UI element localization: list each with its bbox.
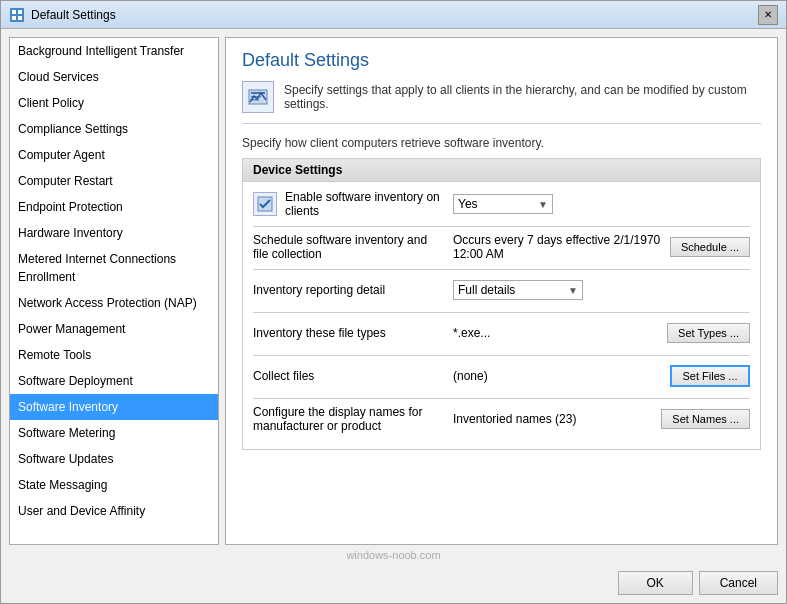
window-title: Default Settings — [31, 8, 116, 22]
svg-rect-4 — [18, 16, 22, 20]
value-text-inventory-file-types: *.exe... — [453, 326, 490, 340]
sidebar-item-remote-tools[interactable]: Remote Tools — [10, 342, 218, 368]
sidebar-item-compliance-settings[interactable]: Compliance Settings — [10, 116, 218, 142]
panel-header: Specify settings that apply to all clien… — [242, 81, 761, 124]
setting-row-inventory-file-types: Inventory these file types*.exe...Set Ty… — [253, 319, 750, 347]
svg-rect-2 — [18, 10, 22, 14]
divider-3 — [253, 355, 750, 356]
window-body: Background Intelligent TransferCloud Ser… — [1, 29, 786, 603]
sidebar-item-network-access-protection[interactable]: Network Access Protection (NAP) — [10, 290, 218, 316]
setting-label-configure-display-names: Configure the display names for manufact… — [253, 405, 453, 433]
dropdown-arrow-icon: ▼ — [568, 285, 578, 296]
setting-label-enable-software-inventory: Enable software inventory on clients — [285, 190, 453, 218]
sidebar-item-endpoint-protection[interactable]: Endpoint Protection — [10, 194, 218, 220]
setting-value-configure-display-names: Inventoried names (23) — [453, 412, 653, 426]
setting-icon-enable-software-inventory — [253, 192, 277, 216]
divider-0 — [253, 226, 750, 227]
footer: OK Cancel — [9, 571, 778, 595]
setting-value-collect-files: (none) — [453, 369, 662, 383]
sidebar-item-background-intelligent-transfer[interactable]: Background Intelligent Transfer — [10, 38, 218, 64]
sidebar-item-computer-restart[interactable]: Computer Restart — [10, 168, 218, 194]
right-panel: Default Settings Specify settings that a… — [225, 37, 778, 545]
setting-row-inventory-reporting-detail: Inventory reporting detailFull details▼ — [253, 276, 750, 304]
dropdown-arrow-icon: ▼ — [538, 199, 548, 210]
setting-btn-inventory-file-types[interactable]: Set Types ... — [667, 323, 750, 343]
sidebar-item-software-inventory[interactable]: Software Inventory — [10, 394, 218, 420]
dropdown-value-enable-software-inventory: Yes — [458, 197, 478, 211]
dropdown-value-inventory-reporting-detail: Full details — [458, 283, 515, 297]
device-settings-body: Enable software inventory on clientsYes▼… — [243, 182, 760, 449]
sidebar: Background Intelligent TransferCloud Ser… — [9, 37, 219, 545]
sidebar-item-software-metering[interactable]: Software Metering — [10, 420, 218, 446]
sidebar-item-state-messaging[interactable]: State Messaging — [10, 472, 218, 498]
setting-value-inventory-file-types: *.exe... — [453, 326, 659, 340]
value-text-configure-display-names: Inventoried names (23) — [453, 412, 576, 426]
device-settings-box: Device Settings Enable software inventor… — [242, 158, 761, 450]
title-bar-left: Default Settings — [9, 7, 116, 23]
panel-subtitle: Specify how client computers retrieve so… — [242, 136, 761, 150]
device-settings-header: Device Settings — [243, 159, 760, 182]
dropdown-enable-software-inventory[interactable]: Yes▼ — [453, 194, 553, 214]
sidebar-item-software-deployment[interactable]: Software Deployment — [10, 368, 218, 394]
divider-1 — [253, 269, 750, 270]
setting-label-inventory-file-types: Inventory these file types — [253, 326, 453, 340]
main-content: Background Intelligent TransferCloud Ser… — [9, 37, 778, 545]
value-text-collect-files: (none) — [453, 369, 488, 383]
sidebar-item-cloud-services[interactable]: Cloud Services — [10, 64, 218, 90]
setting-btn-configure-display-names[interactable]: Set Names ... — [661, 409, 750, 429]
setting-label-collect-files: Collect files — [253, 369, 453, 383]
divider-2 — [253, 312, 750, 313]
svg-rect-6 — [251, 92, 265, 94]
sidebar-item-power-management[interactable]: Power Management — [10, 316, 218, 342]
setting-btn-collect-files[interactable]: Set Files ... — [670, 365, 750, 387]
ok-button[interactable]: OK — [618, 571, 693, 595]
setting-row-enable-software-inventory: Enable software inventory on clientsYes▼ — [253, 190, 750, 218]
setting-row-collect-files: Collect files(none)Set Files ... — [253, 362, 750, 390]
svg-rect-1 — [12, 10, 16, 14]
setting-value-schedule-software-inventory: Occurs every 7 days effective 2/1/1970 1… — [453, 233, 662, 261]
dropdown-inventory-reporting-detail[interactable]: Full details▼ — [453, 280, 583, 300]
sidebar-item-client-policy[interactable]: Client Policy — [10, 90, 218, 116]
setting-value-inventory-reporting-detail: Full details▼ — [453, 280, 750, 300]
main-window: Default Settings ✕ Background Intelligen… — [0, 0, 787, 604]
sidebar-item-computer-agent[interactable]: Computer Agent — [10, 142, 218, 168]
watermark: windows-noob.com — [9, 545, 778, 563]
value-text-schedule-software-inventory: Occurs every 7 days effective 2/1/1970 1… — [453, 233, 660, 261]
setting-btn-schedule-software-inventory[interactable]: Schedule ... — [670, 237, 750, 257]
setting-row-schedule-software-inventory: Schedule software inventory and file col… — [253, 233, 750, 261]
sidebar-item-hardware-inventory[interactable]: Hardware Inventory — [10, 220, 218, 246]
panel-title: Default Settings — [242, 50, 761, 71]
panel-header-icon — [242, 81, 274, 113]
window-icon — [9, 7, 25, 23]
svg-rect-3 — [12, 16, 16, 20]
title-bar: Default Settings ✕ — [1, 1, 786, 29]
setting-label-schedule-software-inventory: Schedule software inventory and file col… — [253, 233, 453, 261]
divider-4 — [253, 398, 750, 399]
cancel-button[interactable]: Cancel — [699, 571, 778, 595]
close-button[interactable]: ✕ — [758, 5, 778, 25]
setting-label-inventory-reporting-detail: Inventory reporting detail — [253, 283, 453, 297]
setting-value-enable-software-inventory: Yes▼ — [453, 194, 750, 214]
sidebar-item-metered-internet-connections[interactable]: Metered Internet Connections Enrollment — [10, 246, 218, 290]
setting-row-configure-display-names: Configure the display names for manufact… — [253, 405, 750, 433]
sidebar-item-user-device-affinity[interactable]: User and Device Affinity — [10, 498, 218, 524]
sidebar-item-software-updates[interactable]: Software Updates — [10, 446, 218, 472]
panel-header-description: Specify settings that apply to all clien… — [284, 81, 761, 111]
